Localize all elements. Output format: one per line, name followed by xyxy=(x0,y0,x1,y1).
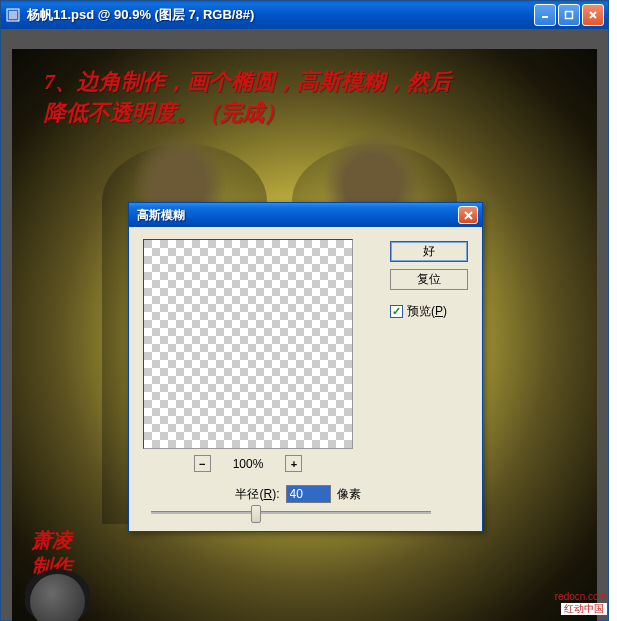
close-button[interactable] xyxy=(582,4,604,26)
window-controls xyxy=(534,4,604,26)
ok-button[interactable]: 好 xyxy=(390,241,468,262)
preview-checkbox-row: ✓ 预览(P) xyxy=(390,303,468,320)
reset-button[interactable]: 复位 xyxy=(390,269,468,290)
radius-unit: 像素 xyxy=(337,486,361,503)
instruction-annotation: 7、边角制作，画个椭圆，高斯模糊，然后 降低不透明度。（完成） xyxy=(44,67,577,129)
avatar-icon xyxy=(22,569,92,621)
dialog-close-button[interactable] xyxy=(458,206,478,224)
preview-label: 预览(P) xyxy=(407,303,447,320)
zoom-in-button[interactable]: + xyxy=(285,455,302,472)
gaussian-blur-dialog: 高斯模糊 − 100% + 半径(R): 像素 好 复位 ✓ 预览(P) xyxy=(128,202,483,532)
minimize-button[interactable] xyxy=(534,4,556,26)
radius-slider[interactable] xyxy=(151,511,431,514)
annotation-line: 降低不透明度。（完成） xyxy=(44,98,577,129)
zoom-controls: − 100% + xyxy=(143,455,353,472)
dialog-title: 高斯模糊 xyxy=(137,207,458,224)
annotation-line: 7、边角制作，画个椭圆，高斯模糊，然后 xyxy=(44,67,577,98)
app-icon xyxy=(5,7,21,23)
dialog-body: − 100% + 半径(R): 像素 好 复位 ✓ 预览(P) xyxy=(129,227,482,531)
zoom-out-button[interactable]: − xyxy=(194,455,211,472)
preview-checkbox[interactable]: ✓ xyxy=(390,305,403,318)
filter-preview[interactable] xyxy=(143,239,353,449)
signature-line: 萧凌 xyxy=(32,527,72,553)
svg-rect-3 xyxy=(566,12,573,19)
title-bar: 杨帆11.psd @ 90.9% (图层 7, RGB/8#) xyxy=(1,1,608,29)
maximize-button[interactable] xyxy=(558,4,580,26)
slider-thumb[interactable] xyxy=(251,505,261,523)
zoom-value: 100% xyxy=(233,457,264,471)
svg-rect-1 xyxy=(9,11,17,19)
radius-label: 半径(R): xyxy=(235,486,279,503)
watermark-url: redocn.com xyxy=(555,591,607,603)
radius-row: 半径(R): 像素 xyxy=(143,485,453,503)
radius-input[interactable] xyxy=(286,485,331,503)
watermark: redocn.com 红动中国 xyxy=(555,591,607,615)
dialog-title-bar[interactable]: 高斯模糊 xyxy=(129,203,482,227)
watermark-cn: 红动中国 xyxy=(561,603,607,615)
window-title: 杨帆11.psd @ 90.9% (图层 7, RGB/8#) xyxy=(27,6,534,24)
